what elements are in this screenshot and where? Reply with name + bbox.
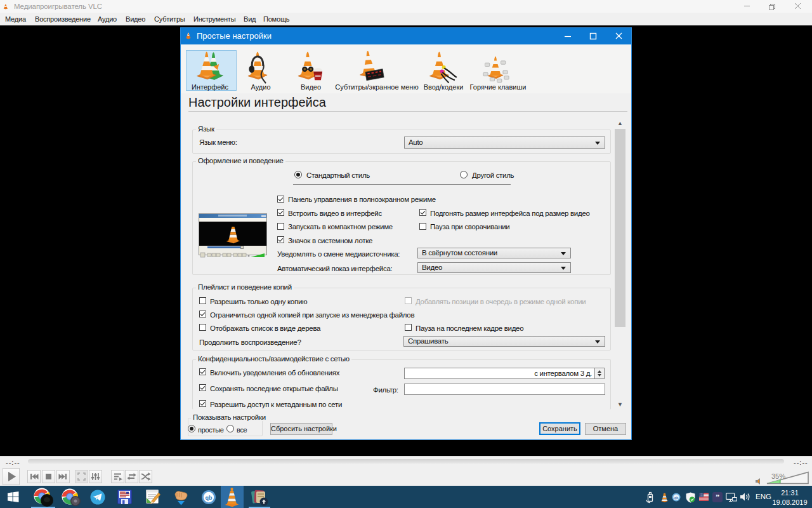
svg-text:qb: qb: [674, 496, 679, 500]
svg-text:”: ”: [716, 493, 719, 502]
svg-text:qb: qb: [206, 495, 213, 501]
